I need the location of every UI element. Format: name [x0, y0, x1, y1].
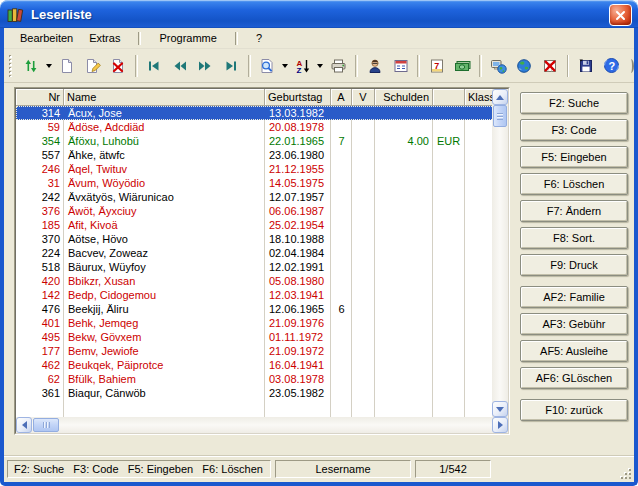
side-button-af6-gloeschen[interactable]: AF6: GLöschen — [520, 367, 628, 389]
table-row[interactable]: 177Bemv, Jewiofe21.09.1972 — [16, 344, 494, 358]
scroll-up-button[interactable] — [492, 89, 508, 105]
sort-az-icon[interactable]: A Z — [291, 52, 315, 79]
column-header-geburtstag[interactable]: Geburtstag — [265, 89, 331, 106]
reader-icon[interactable] — [363, 52, 387, 79]
last-record-icon[interactable] — [219, 52, 243, 79]
table-row[interactable]: 376Äwöt, Äyxciuy06.06.1987 — [16, 204, 494, 218]
cell-cur — [433, 106, 465, 120]
side-button-af5-ausleihe[interactable]: AF5: Ausleihe — [520, 340, 628, 362]
globe-icon[interactable] — [513, 52, 537, 79]
column-header-name[interactable]: Name — [64, 89, 265, 106]
sort-dropdown[interactable] — [317, 53, 324, 78]
side-button-f7-aendern[interactable]: F7: Ändern — [520, 200, 628, 222]
menu-extras[interactable]: Extras — [81, 30, 128, 46]
delete-record-icon[interactable] — [106, 52, 130, 79]
scroll-left-button[interactable] — [16, 417, 32, 433]
side-button-f2-suche[interactable]: F2: Suche — [520, 92, 628, 114]
table-row[interactable]: 59Ädöse, Adcdiäd20.08.1978 — [16, 120, 494, 134]
refresh-icon[interactable] — [20, 52, 44, 79]
print-icon[interactable] — [327, 52, 351, 79]
side-button-f8-sort[interactable]: F8: Sort. — [520, 227, 628, 249]
library-card-icon[interactable] — [389, 52, 413, 79]
table-row[interactable]: 62Bfülk, Bahiem03.08.1978 — [16, 372, 494, 386]
cell-a — [331, 316, 352, 330]
table-row[interactable]: 495Bekw, Gövxem01.11.1972 — [16, 330, 494, 344]
column-header-blank[interactable] — [433, 89, 465, 106]
status-reader-name: Lesername — [275, 460, 411, 478]
horizontal-scroll-thumb[interactable] — [33, 418, 59, 432]
scroll-right-button[interactable] — [492, 417, 508, 433]
cell-a — [331, 330, 352, 344]
cell-cur: EUR — [433, 134, 465, 148]
new-record-icon[interactable] — [55, 52, 79, 79]
table-row[interactable]: 557Ähke, ätwfc23.06.1980 — [16, 148, 494, 162]
column-header-v[interactable]: V — [352, 89, 375, 106]
cell-klasse — [465, 302, 494, 316]
table-row[interactable]: 185Afit, Kivoä25.02.1954 — [16, 218, 494, 232]
column-header-schulden[interactable]: Schulden — [375, 89, 433, 106]
cell-nr: 354 — [16, 134, 64, 148]
table-row[interactable]: 246Äqel, Twituv21.12.1955 — [16, 162, 494, 176]
table-row[interactable]: 314Äcux, Jose13.03.1982 — [16, 106, 494, 120]
cell-nr: 376 — [16, 204, 64, 218]
table-rows: 314Äcux, Jose13.03.198259Ädöse, Adcdiäd2… — [16, 106, 494, 417]
menu-separator — [138, 32, 141, 45]
scroll-down-button[interactable] — [492, 401, 508, 417]
table-row[interactable]: 242Ävxätyös, Wiärunicao12.07.1957 — [16, 190, 494, 204]
column-header-nr[interactable]: Nr — [16, 89, 64, 106]
table-row[interactable]: 401Behk, Jemqeg21.09.1976 — [16, 316, 494, 330]
table-row[interactable]: 361Biaqur, Cänwöb23.05.1982 — [16, 386, 494, 400]
menu-hilfe[interactable]: ? — [248, 30, 270, 46]
print-preview-icon[interactable] — [256, 52, 280, 79]
cell-nr: 518 — [16, 260, 64, 274]
side-button-f10-zurueck[interactable]: F10: zurück — [520, 399, 628, 421]
toolbar-gripper[interactable] — [9, 55, 13, 77]
side-button-f5-eingeben[interactable]: F5: Eingeben — [520, 146, 628, 168]
previous-record-icon[interactable] — [168, 52, 192, 79]
table-row[interactable]: 518Bäurux, Wüyfoy12.02.1991 — [16, 260, 494, 274]
preview-dropdown[interactable] — [281, 53, 288, 78]
column-header-a[interactable]: A — [331, 89, 352, 106]
table-row[interactable]: 354Äföxu, Luhobü22.01.196574.00EUR — [16, 134, 494, 148]
next-record-icon[interactable] — [194, 52, 218, 79]
cell-geburtstag: 21.09.1972 — [265, 344, 331, 358]
first-record-icon[interactable] — [143, 52, 167, 79]
cell-klasse — [465, 134, 494, 148]
side-button-af2-familie[interactable]: AF2: Familie — [520, 286, 628, 308]
cell-cur — [433, 274, 465, 288]
side-button-af3-gebuehr[interactable]: AF3: Gebühr — [520, 313, 628, 335]
vertical-scroll-thumb[interactable] — [493, 105, 507, 127]
cell-schulden — [375, 120, 433, 134]
table-row[interactable]: 142Bedp, Cidogemou12.03.1941 — [16, 288, 494, 302]
calendar-week-icon[interactable]: 7 — [425, 52, 449, 79]
reader-table: Nr Name Geburtstag A V Schulden Klasse 3… — [14, 87, 510, 435]
calendar-delete-icon[interactable] — [538, 52, 562, 79]
table-row[interactable]: 370Aötse, Hövo18.10.1988 — [16, 232, 494, 246]
menu-bearbeiten[interactable]: Bearbeiten — [12, 30, 81, 46]
cell-nr: 420 — [16, 274, 64, 288]
cell-geburtstag: 13.03.1982 — [265, 106, 331, 120]
menu-programme[interactable]: Programme — [151, 30, 224, 46]
app-window: Leserliste Bearbeiten Extras Programme ? — [0, 0, 638, 486]
table-row[interactable]: 420Bbikzr, Xusan05.08.1980 — [16, 274, 494, 288]
side-button-f6-loeschen[interactable]: F6: Löschen — [520, 173, 628, 195]
table-row[interactable]: 462Beukqek, Päiprotce16.04.1941 — [16, 358, 494, 372]
save-export-icon[interactable] — [574, 52, 598, 79]
fees-money-icon[interactable] — [451, 52, 475, 79]
side-button-f3-code[interactable]: F3: Code — [520, 119, 628, 141]
table-row[interactable]: 224Bacvev, Zoweaz02.04.1984 — [16, 246, 494, 260]
vertical-scrollbar[interactable] — [492, 89, 508, 417]
cell-geburtstag: 21.09.1976 — [265, 316, 331, 330]
refresh-dropdown[interactable] — [45, 53, 52, 78]
help-icon[interactable]: ? — [600, 52, 624, 79]
column-header-klasse[interactable]: Klasse — [465, 89, 494, 106]
cell-nr: 185 — [16, 218, 64, 232]
side-button-f9-druck[interactable]: F9: Druck — [520, 254, 628, 276]
horizontal-scrollbar[interactable] — [16, 417, 508, 433]
table-row[interactable]: 31Ävum, Wöyödio14.05.1975 — [16, 176, 494, 190]
table-row[interactable]: 476Beekjij, Äliru12.06.19656 — [16, 302, 494, 316]
internet-computer-icon[interactable] — [487, 52, 511, 79]
edit-record-icon[interactable] — [81, 52, 105, 79]
resize-grip[interactable] — [619, 467, 631, 479]
close-button[interactable] — [609, 4, 632, 26]
